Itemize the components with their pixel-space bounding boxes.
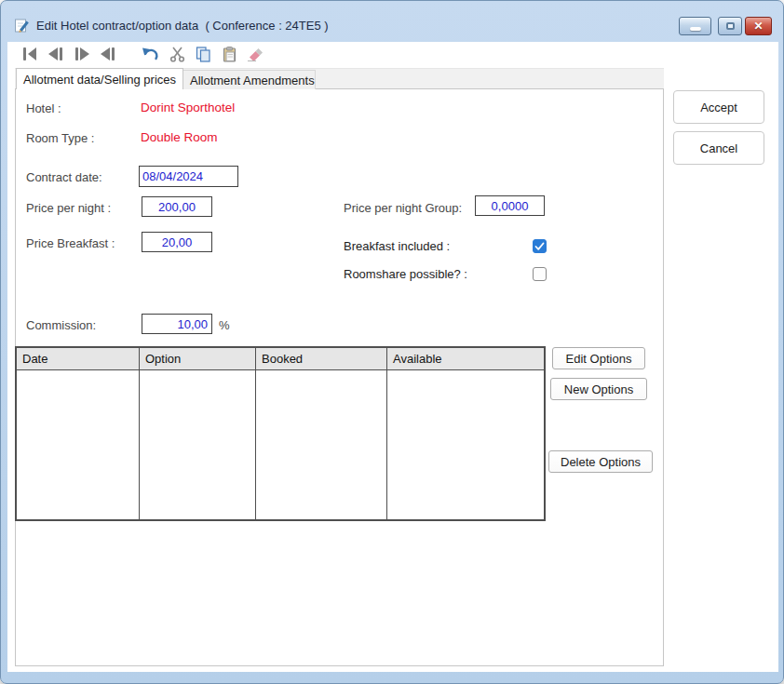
maximize-icon — [726, 22, 735, 30]
roomshare-possible-checkbox[interactable] — [533, 267, 547, 281]
options-table-body[interactable] — [17, 370, 544, 519]
price-breakfast-input[interactable] — [142, 232, 212, 252]
toolbar — [7, 42, 778, 66]
cut-button[interactable] — [167, 45, 187, 63]
previous-record-button[interactable] — [46, 45, 66, 63]
room-type-label: Room Type : — [26, 131, 94, 145]
contract-date-input[interactable] — [139, 166, 238, 187]
options-table[interactable]: Date Option Booked Available — [15, 346, 546, 521]
breakfast-included-checkbox[interactable] — [533, 239, 547, 253]
minimize-button[interactable] — [679, 17, 711, 35]
window-title: Edit Hotel contract/option data ( Confer… — [36, 19, 329, 33]
undo-button[interactable] — [140, 45, 160, 63]
minimize-icon — [690, 27, 701, 31]
price-per-night-input[interactable] — [142, 196, 212, 217]
erase-button[interactable] — [245, 45, 265, 63]
tab-allotment-amendments[interactable]: Allotment Amendments — [183, 70, 316, 89]
tab-allotment-amendments-label: Allotment Amendments — [190, 74, 315, 87]
column-header-booked[interactable]: Booked — [256, 348, 387, 369]
roomshare-possible-label: Roomshare possible? : — [344, 267, 467, 281]
hotel-value: Dorint Sporthotel — [141, 101, 235, 114]
options-table-header: Date Option Booked Available — [17, 348, 544, 370]
first-record-button[interactable] — [20, 45, 40, 63]
column-header-option[interactable]: Option — [140, 348, 256, 369]
table-column-date — [17, 370, 140, 519]
commission-unit: % — [219, 318, 230, 332]
tab-allotment-data[interactable]: Allotment data/Selling prices — [16, 68, 183, 89]
commission-input[interactable] — [142, 314, 212, 334]
tab-allotment-data-label: Allotment data/Selling prices — [23, 73, 176, 87]
cut-scissors-icon — [169, 47, 185, 62]
hotel-label: Hotel : — [26, 101, 61, 115]
next-record-button[interactable] — [72, 45, 92, 63]
title-bar[interactable]: Edit Hotel contract/option data ( Confer… — [1, 1, 783, 42]
last-record-icon — [100, 47, 116, 60]
paste-clipboard-icon — [223, 47, 237, 62]
cancel-button[interactable]: Cancel — [673, 131, 764, 165]
contract-date-label: Contract date: — [26, 170, 102, 184]
new-options-button[interactable]: New Options — [550, 378, 647, 400]
breakfast-included-label: Breakfast included : — [344, 239, 450, 253]
first-record-icon — [21, 47, 38, 60]
erase-icon — [248, 47, 264, 61]
delete-options-button[interactable]: Delete Options — [548, 450, 653, 473]
table-column-available — [387, 370, 544, 519]
copy-icon — [196, 47, 211, 62]
next-record-icon — [74, 47, 90, 60]
room-type-value: Double Room — [141, 130, 218, 144]
checkmark-icon — [534, 242, 545, 251]
close-icon: ✕ — [753, 20, 763, 32]
price-per-night-group-input[interactable] — [475, 195, 545, 216]
column-header-available[interactable]: Available — [387, 348, 544, 369]
copy-button[interactable] — [193, 45, 213, 63]
column-header-date[interactable]: Date — [17, 348, 140, 369]
edit-document-icon — [14, 18, 30, 34]
price-per-night-label: Price per night : — [26, 201, 111, 215]
table-column-booked — [256, 370, 387, 519]
last-record-button[interactable] — [98, 45, 118, 63]
maximize-button[interactable] — [718, 17, 742, 35]
previous-record-icon — [47, 47, 64, 60]
close-button[interactable]: ✕ — [745, 17, 772, 35]
edit-options-button[interactable]: Edit Options — [552, 347, 645, 369]
dialog-window: Edit Hotel contract/option data ( Confer… — [0, 0, 784, 684]
commission-label: Commission: — [26, 318, 96, 332]
price-per-night-group-label: Price per night Group: — [344, 201, 462, 215]
undo-icon — [142, 47, 159, 62]
price-breakfast-label: Price Breakfast : — [26, 236, 115, 250]
table-column-option — [140, 370, 256, 519]
accept-button[interactable]: Accept — [673, 90, 764, 124]
paste-button[interactable] — [220, 45, 240, 63]
client-area: Allotment data/Selling prices Allotment … — [7, 42, 778, 672]
